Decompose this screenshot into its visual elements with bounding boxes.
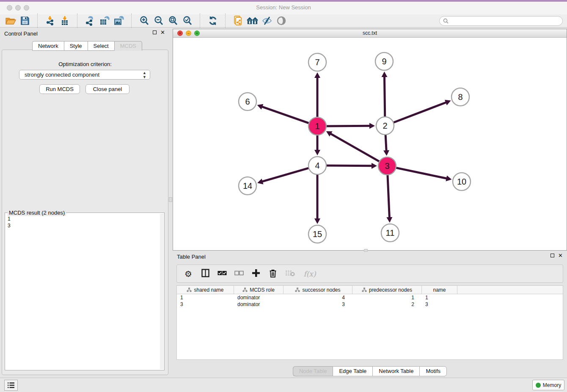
table-row[interactable]: 3 dominator 3 2 3 [177, 301, 563, 308]
splitter-handle[interactable] [169, 197, 172, 202]
tab-edge-table[interactable]: Edge Table [333, 366, 372, 376]
close-panel-button[interactable]: Close panel [85, 84, 129, 94]
table-row[interactable]: 1 dominator 4 1 1 [177, 294, 563, 301]
cell-shared-name[interactable]: 3 [177, 301, 234, 307]
zoom-fit-button[interactable] [166, 14, 180, 27]
criterion-dropdown[interactable]: strongly connected component ▲▼ [19, 70, 150, 80]
search-icon [443, 18, 449, 24]
export-image-button[interactable] [112, 14, 126, 27]
tab-node-table[interactable]: Node Table [293, 366, 333, 376]
graph-edge[interactable] [325, 126, 370, 126]
vertical-splitter[interactable] [169, 28, 172, 375]
graph-edge[interactable] [262, 168, 310, 182]
graph-edge[interactable] [384, 76, 385, 118]
cell-predecessor-nodes[interactable]: 1 [352, 295, 422, 301]
graph-edge[interactable] [393, 102, 447, 123]
float-panel-icon[interactable] [550, 254, 554, 257]
edge-arrowhead [314, 150, 320, 155]
table-panel-title: Table Panel [177, 254, 206, 260]
tab-network[interactable]: Network [32, 41, 64, 51]
style-document-button[interactable] [231, 14, 245, 27]
graph-edge[interactable] [385, 134, 386, 151]
cell-predecessor-nodes[interactable]: 2 [352, 301, 422, 307]
float-panel-icon[interactable] [153, 30, 157, 34]
tab-network-table[interactable]: Network Table [372, 366, 419, 376]
function-builder-button[interactable]: f(x) [301, 268, 318, 279]
column-header-predecessor-nodes[interactable]: predecessor nodes [352, 286, 422, 294]
refresh-icon [208, 16, 218, 26]
cell-successor-nodes[interactable]: 4 [284, 295, 352, 301]
tab-select[interactable]: Select [88, 41, 114, 51]
network-window-titlebar[interactable]: ✕ − + scc.txt [173, 29, 567, 38]
close-panel-icon[interactable]: ✕ [160, 30, 165, 34]
save-session-button[interactable] [18, 14, 32, 27]
task-history-button[interactable] [4, 380, 18, 391]
style-document-icon [233, 15, 244, 26]
node-label: 4 [315, 161, 319, 170]
import-network-button[interactable] [43, 14, 58, 27]
memory-button[interactable]: Memory [532, 380, 564, 390]
network-canvas[interactable]: 7968124314101511 [173, 37, 567, 250]
export-table-button[interactable] [97, 14, 112, 27]
column-header-successor-nodes[interactable]: successor nodes [284, 286, 352, 294]
delete-table-button[interactable] [284, 268, 295, 279]
cell-mcds-role[interactable]: dominator [234, 301, 284, 307]
node-label: 14 [243, 181, 252, 190]
tab-mcds[interactable]: MCDS [114, 41, 142, 51]
cell-name[interactable]: 1 [422, 295, 457, 301]
node-label: 2 [383, 121, 387, 130]
unselect-all-button[interactable] [234, 268, 245, 279]
zoom-in-button[interactable] [137, 14, 151, 27]
zoom-in-icon [139, 16, 149, 26]
chevron-up-down-icon: ▲▼ [143, 71, 146, 79]
select-all-button[interactable] [217, 268, 228, 279]
tab-style[interactable]: Style [64, 41, 88, 51]
column-header-mcds-role[interactable]: MCDS role [234, 286, 284, 294]
eye-slash-icon [261, 16, 272, 26]
run-mcds-button[interactable]: Run MCDS [39, 84, 80, 94]
column-header-name[interactable]: name [422, 286, 457, 294]
zoom-selected-icon [182, 16, 193, 26]
zoom-selected-button[interactable] [180, 14, 195, 27]
column-visibility-button[interactable] [200, 268, 211, 279]
network-home-button[interactable] [245, 14, 260, 27]
status-bar: Memory [0, 378, 567, 392]
zoom-out-button[interactable] [151, 14, 166, 27]
node-label: 10 [457, 177, 466, 186]
cell-shared-name[interactable]: 1 [177, 295, 234, 301]
import-table-button[interactable] [58, 14, 72, 27]
edge-arrowhead [386, 217, 392, 223]
tab-motifs[interactable]: Motifs [419, 366, 447, 376]
toolbar-separator [77, 14, 78, 28]
hide-graphics-button[interactable] [260, 14, 274, 27]
cell-name[interactable]: 3 [422, 301, 457, 307]
graph-edge[interactable] [325, 166, 372, 166]
column-header-shared-name[interactable]: shared name [177, 286, 234, 294]
gear-icon: ⚙ [184, 270, 192, 278]
search-field[interactable] [439, 16, 563, 26]
toolbar-separator [225, 14, 226, 28]
search-input[interactable] [451, 18, 559, 25]
attribute-tree-icon [242, 287, 248, 292]
graph-edge[interactable] [330, 133, 380, 162]
create-column-button[interactable] [250, 268, 261, 279]
graph-edge[interactable] [395, 168, 447, 179]
toolbar-separator [200, 14, 201, 28]
cell-successor-nodes[interactable]: 3 [284, 301, 352, 307]
open-session-button[interactable] [3, 14, 18, 27]
node-table: shared name MCDS role successor nodes pr… [176, 285, 563, 360]
close-panel-icon[interactable]: ✕ [558, 254, 563, 257]
home-icon [246, 16, 259, 25]
show-graphics-button[interactable] [274, 14, 289, 27]
delete-column-button[interactable] [267, 268, 278, 279]
apply-style-button[interactable] [206, 14, 220, 27]
result-scrollbar[interactable] [160, 214, 164, 369]
unchecked-boxes-icon [234, 271, 244, 277]
graph-edge[interactable] [388, 174, 390, 218]
table-settings-button[interactable]: ⚙ [183, 268, 194, 279]
task-list-icon [7, 382, 15, 389]
graph-edge[interactable] [261, 107, 310, 124]
cell-mcds-role[interactable]: dominator [234, 295, 284, 301]
export-network-button[interactable] [83, 14, 97, 27]
mcds-result-text[interactable]: 1 3 [5, 214, 160, 370]
